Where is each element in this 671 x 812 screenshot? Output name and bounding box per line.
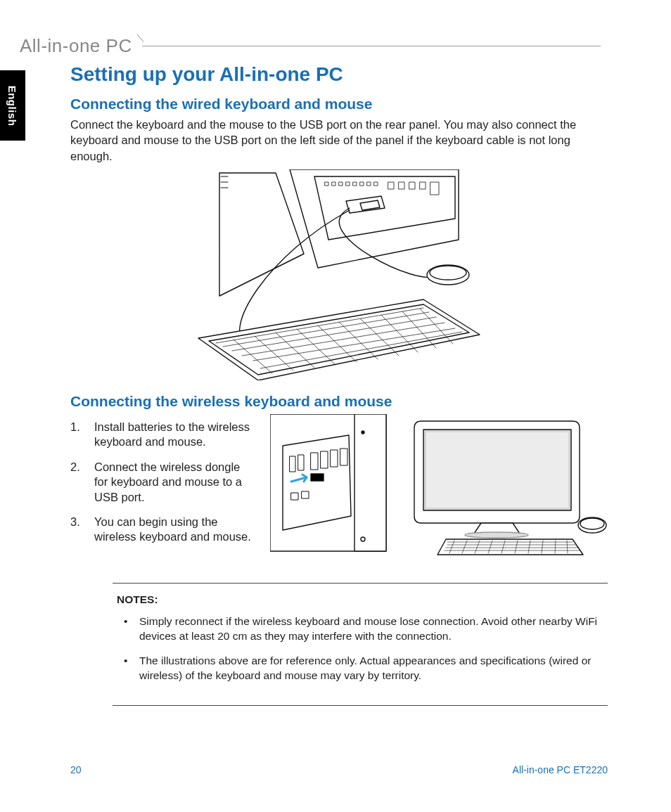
svg-rect-7 [374,182,378,186]
notes-box: NOTES: Simply reconnect if the wireless … [113,583,608,707]
svg-rect-8 [388,182,394,189]
svg-rect-1 [332,182,336,186]
svg-rect-21 [291,493,298,500]
svg-rect-3 [346,182,350,186]
svg-rect-5 [360,182,364,186]
illustration-wireless [270,414,608,562]
illustration-wired [177,169,501,380]
list-item: Install batteries to the wireless keyboa… [70,420,253,450]
list-item: Simply reconnect if the wireless keyboar… [117,614,603,644]
wireless-figure-column [267,414,608,562]
svg-rect-6 [367,182,371,186]
section-paragraph-wired: Connect the keyboard and the mouse to th… [70,117,608,164]
language-label: English [7,85,19,126]
header-rule [142,46,601,46]
list-item: You can begin using the wireless keyboar… [70,515,253,545]
svg-rect-20 [340,449,347,465]
svg-rect-16 [298,455,304,470]
svg-rect-15 [290,456,295,472]
svg-rect-0 [325,182,328,186]
svg-rect-4 [353,182,357,186]
product-line-title: All-in-one PC [20,35,142,57]
list-item: Connect the wireless dongle for keyboard… [70,460,253,505]
wireless-steps-list: Install batteries to the wireless keyboa… [70,420,253,545]
section-heading-wired: Connecting the wired keyboard and mouse [70,96,608,112]
figure-wired-connection [70,169,608,380]
wireless-columns: Install batteries to the wireless keyboa… [70,414,608,562]
section-heading-wireless: Connecting the wireless keyboard and mou… [70,393,608,410]
svg-rect-22 [302,491,309,498]
svg-point-30 [580,518,604,529]
notes-list: Simply reconnect if the wireless keyboar… [117,614,603,683]
svg-rect-18 [321,451,328,468]
page-header: All-in-one PC [20,35,601,57]
svg-rect-2 [339,182,343,186]
wireless-steps-column: Install batteries to the wireless keyboa… [70,414,253,562]
page-title: Setting up your All-in-one PC [70,63,608,86]
svg-rect-19 [331,450,338,467]
notes-label: NOTES: [117,593,603,606]
svg-rect-10 [409,182,415,189]
page-number: 20 [70,764,82,775]
svg-point-28 [465,532,528,538]
svg-rect-12 [430,182,439,195]
svg-rect-9 [399,182,404,189]
list-item: The illustrations above are for referenc… [117,654,603,683]
footer-model: All-in-one PC ET2220 [513,764,608,775]
page-footer: 20 All-in-one PC ET2220 [70,764,608,775]
language-tab: English [0,70,25,141]
svg-rect-17 [311,453,318,470]
svg-rect-27 [426,432,568,508]
svg-point-14 [430,266,466,280]
svg-point-24 [362,431,364,434]
svg-rect-23 [311,474,324,481]
page-content: Setting up your All-in-one PC Connecting… [70,63,608,706]
svg-rect-11 [420,182,426,189]
